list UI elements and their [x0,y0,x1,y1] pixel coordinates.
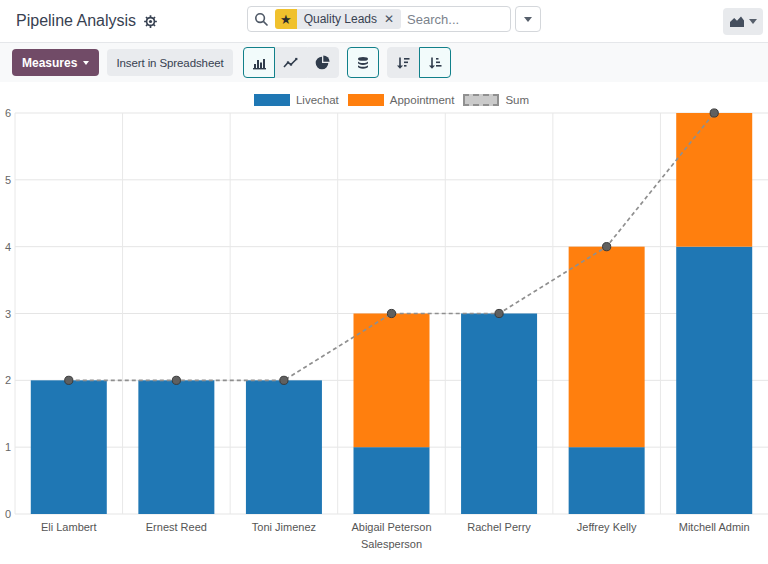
facet-label: Quality Leads [297,9,383,29]
chart-type-group [243,47,339,78]
bar-chart-icon [252,56,266,70]
sort-ascending-icon [428,56,442,70]
svg-text:1: 1 [5,441,11,453]
pipeline-chart: 0123456Eli LambertErnest ReedToni Jimene… [0,82,768,564]
chevron-down-icon [83,61,89,65]
search-placeholder[interactable]: Search... [407,12,459,27]
legend-label: Sum [505,94,529,106]
svg-text:0: 0 [5,508,11,520]
chart-area: LivechatAppointmentSum 0123456Eli Lamber… [0,82,768,564]
search-icon [254,12,269,27]
search-facet[interactable]: ★ Quality Leads ✕ [275,9,401,29]
bar-chart-button[interactable] [243,47,275,78]
area-chart-icon [729,15,745,28]
svg-text:Mitchell Admin: Mitchell Admin [679,521,750,533]
svg-text:5: 5 [5,174,11,186]
control-panel: Pipeline Analysis ★ Quality Leads ✕ Sear… [0,0,768,43]
pie-chart-button[interactable] [307,47,339,78]
svg-text:Jeffrey Kelly: Jeffrey Kelly [577,521,637,533]
sort-descending-button[interactable] [387,47,419,78]
legend-label: Livechat [296,94,339,106]
facet-remove-icon[interactable]: ✕ [383,9,401,29]
star-icon: ★ [275,9,297,29]
view-switcher-button[interactable] [723,8,763,35]
legend-item-sum[interactable]: Sum [463,94,529,106]
line-chart-button[interactable] [275,47,307,78]
svg-text:6: 6 [5,107,11,119]
legend-item-appointment[interactable]: Appointment [348,94,455,106]
svg-text:Eli Lambert: Eli Lambert [41,521,97,533]
svg-text:Salesperson: Salesperson [361,538,422,550]
legend-marker [254,94,290,106]
insert-in-spreadsheet-button[interactable]: Insert in Spreadsheet [107,49,232,76]
chart-legend: LivechatAppointmentSum [15,94,768,106]
search-input[interactable]: ★ Quality Leads ✕ Search... [247,6,511,32]
legend-marker [348,94,384,106]
svg-text:Abigail Peterson: Abigail Peterson [351,521,431,533]
sort-descending-icon [396,56,410,70]
chevron-down-icon [524,17,532,22]
graph-toolbar: Measures Insert in Spreadsheet [0,43,768,82]
stacked-icon [356,56,370,70]
page-title: Pipeline Analysis [16,12,136,30]
chart-canvas[interactable]: 0123456Eli LambertErnest ReedToni Jimene… [0,82,768,564]
chevron-down-icon [749,19,757,24]
legend-label: Appointment [390,94,455,106]
svg-text:Rachel Perry: Rachel Perry [467,521,531,533]
search-dropdown-toggle[interactable] [515,6,541,32]
line-chart-icon [283,56,298,70]
pie-chart-icon [315,55,330,70]
svg-text:3: 3 [5,308,11,320]
svg-text:Ernest Reed: Ernest Reed [146,521,207,533]
sort-ascending-button[interactable] [419,47,451,78]
stacked-button[interactable] [347,47,379,78]
gear-icon[interactable] [143,14,158,29]
breadcrumb: Pipeline Analysis [16,12,158,30]
measures-label: Measures [22,56,77,70]
svg-text:4: 4 [5,241,11,253]
search-bar: ★ Quality Leads ✕ Search... [247,6,541,32]
svg-text:Toni Jimenez: Toni Jimenez [252,521,316,533]
legend-item-livechat[interactable]: Livechat [254,94,339,106]
sort-group [387,47,451,78]
svg-text:2: 2 [5,374,11,386]
measures-button[interactable]: Measures [12,49,99,76]
legend-marker [463,94,499,106]
